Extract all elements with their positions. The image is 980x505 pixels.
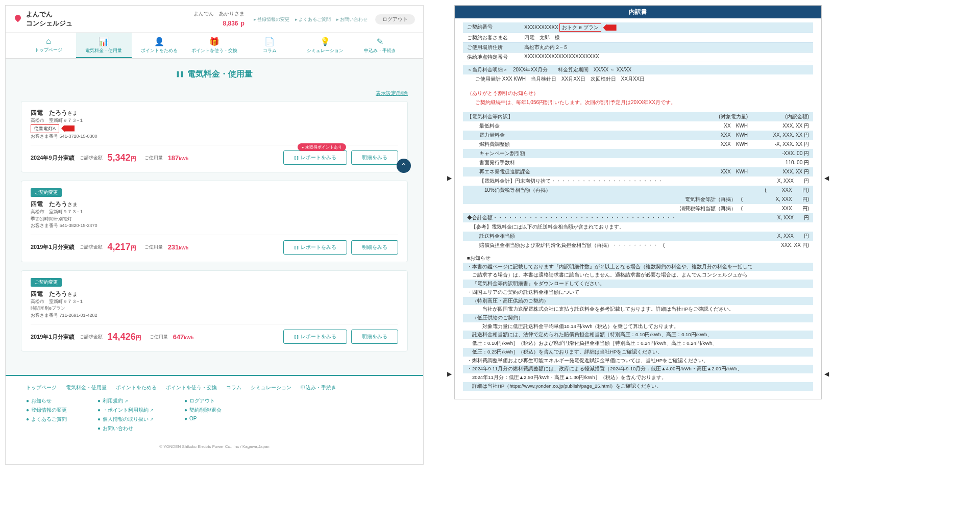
info-row: ご契約お客さま名四電 太郎 様 xyxy=(463,33,813,43)
nav-tab-3[interactable]: 🎁ポイントを使う・交換 xyxy=(187,33,242,58)
footer-link[interactable]: ●利用規約 ↗ xyxy=(97,397,154,405)
change-badge: ご契約変更 xyxy=(31,278,62,287)
notice-line: 詳細は当社HP（https://www.yonden.co.jp/publish… xyxy=(463,382,813,391)
notice-line: 2024年11月分：低圧▲2.50円/kWh・高圧▲1.30円/kWh］（税込）… xyxy=(463,373,813,382)
report-button[interactable]: ⫿⫿ レポートをみる xyxy=(283,240,347,255)
contract-card: 四電 たろうさま高松市 室新町９７３−１従量電灯Aお客さま番号 541-3720… xyxy=(21,101,408,172)
display-settings-link[interactable]: 表示設定/削除 xyxy=(376,90,408,96)
footer-link[interactable]: ●お知らせ xyxy=(26,397,67,405)
chevron-up-icon[interactable]: ⌃ xyxy=(397,159,411,173)
subtotal-line: 電気料金等計（再掲） (X, XXX 円) xyxy=(463,195,813,204)
nav-tab-0[interactable]: ⌂トップページ xyxy=(21,33,76,58)
total-line: ◆合計金額・・・・・・・・・・・・・・・・・・・・・・・・・・・・・・・・・・・… xyxy=(463,213,813,222)
nav-tab-4[interactable]: 📄コラム xyxy=(242,33,297,58)
logout-button[interactable]: ログアウト xyxy=(375,14,415,24)
notice-line: 託送料金相当額には、法律で定められた賠償負担金相当額［特別高圧：0.10円/kW… xyxy=(463,331,813,339)
usage-amount: 187kWh xyxy=(168,154,189,162)
notice-line: ・2024年9-11月分の燃料費調整額には、政府による軽減措置［2024年9-1… xyxy=(463,365,813,373)
footer-link[interactable]: ●契約削除/退会 xyxy=(184,407,222,414)
footer-nav-link[interactable]: 電気料金・使用量 xyxy=(66,385,107,390)
bill-amount: 5,342円 xyxy=(108,153,136,163)
footer-nav-link[interactable]: ポイントをためる xyxy=(116,385,157,390)
footer-nav-link[interactable]: ポイントを使う・交換 xyxy=(166,385,217,390)
usage-amount: 647kWh xyxy=(173,333,194,341)
nav-icon: 💡 xyxy=(298,37,351,46)
customer-name: 四電 たろうさま xyxy=(31,109,398,117)
change-badge: ご契約変更 xyxy=(31,188,62,197)
bill-amount: 4,217円 xyxy=(108,242,136,252)
notice-line: 当社が四国電力送配電株式会社に支払う託送料金を参考記載しております。詳細は当社H… xyxy=(463,305,813,314)
report-button[interactable]: ⫿⫿ レポートをみる xyxy=(283,150,347,165)
breakdown-line: キャンペーン割引額-XXX. 00 円 xyxy=(463,149,813,158)
ref-line: 賠償負担金相当額および廃炉円滑化負担金相当額（再掲）・・・・・・・・・ (XXX… xyxy=(463,241,813,250)
notice-line: ご請求する場合）は、本書は適格請求書に該当いたしません。適格請求書が必要な場合は… xyxy=(463,271,813,280)
link-reginfo[interactable]: ▸ 登録情報の変更 xyxy=(254,17,290,22)
plan-text: 時間帯別eプラン xyxy=(31,305,398,312)
doc-title: 内訳書 xyxy=(455,6,821,18)
contract-card: ご契約変更四電 たろうさま高松市 室新町９７３−１季節別時間帯別電灯お客さま番号… xyxy=(21,181,408,262)
notice-line: ・本書の鑑ページに記載しております『内訳明細件数』が２以上となる場合（複数契約の… xyxy=(463,263,813,271)
footer-nav: トップページ電気料金・使用量ポイントをためるポイントを使う・交換コラムシミュレー… xyxy=(26,384,403,391)
nav-icon: ✎ xyxy=(354,37,407,46)
nav-tab-5[interactable]: 💡シミュレーション xyxy=(297,33,352,58)
customer-number: お客さま番号 541-3720-15-0300 xyxy=(31,133,398,140)
nav-icon: ⌂ xyxy=(22,37,75,46)
breakdown-line: 最低料金XX KWHXXX. XX 円 xyxy=(463,121,813,131)
footer-link[interactable]: ●登録情報の変更 xyxy=(26,407,67,414)
customer-name: 四電 たろうさま xyxy=(31,200,398,209)
copyright: © YONDEN Shikoku Electric Power Co., Inc… xyxy=(26,444,403,449)
customer-number: お客さま番号 541-3820-15-2470 xyxy=(31,222,398,230)
nav-icon: 🎁 xyxy=(188,37,241,46)
detail-button[interactable]: 明細をみる xyxy=(351,240,398,255)
detail-button[interactable]: 明細をみる xyxy=(351,330,398,344)
address: 高松市 室新町９７３−１ xyxy=(31,117,398,124)
footer-nav-link[interactable]: 申込み・手続き xyxy=(301,385,336,390)
bill-amount: 14,426円 xyxy=(108,332,141,342)
usage-amount: 231kWh xyxy=(168,243,189,251)
billing-period: 2019年1月分実績 xyxy=(31,333,75,341)
thank-body: ご契約継続中は、毎年1,056円割引いたします。次回の割引予定月は20XX年XX… xyxy=(463,98,813,107)
detail-button[interactable]: 明細をみる xyxy=(351,150,398,165)
info-row: ご使用場所住所高松市丸の内２−５ xyxy=(463,43,813,53)
notice-line: （特別高圧・高圧供給のご契約） xyxy=(463,297,813,306)
heart-icon xyxy=(14,14,24,24)
footer-link[interactable]: ●OP xyxy=(184,416,222,421)
page-title: ⫿⫿電気料金・使用量 xyxy=(21,69,408,80)
address: 高松市 室新町９７３−１ xyxy=(31,209,398,216)
link-faq[interactable]: ▸ よくあるご質問 xyxy=(295,17,331,22)
plan-badge: 従量電灯A xyxy=(31,124,59,133)
customer-name: 四電 たろうさま xyxy=(31,290,398,298)
footer-link[interactable]: ●個人情報の取り扱い ↗ xyxy=(97,416,154,423)
red-arrow-icon xyxy=(61,125,75,132)
notice-line: 低圧：0.10円/kWh］（税込）および廃炉円滑化負担金相当額［特別高圧：0.2… xyxy=(463,339,813,348)
footer-link[interactable]: ●ログアウト xyxy=(184,397,222,405)
footer-link[interactable]: ●お問い合わせ xyxy=(97,425,154,432)
notice-line: （低圧供給のご契約） xyxy=(463,314,813,322)
nav-tab-6[interactable]: ✎申込み・手続き xyxy=(353,33,408,58)
link-contact[interactable]: ▸ お問い合わせ xyxy=(336,17,368,22)
ref-line: 託送料金相当額X, XXX 円 xyxy=(463,232,813,241)
report-button[interactable]: ⫿⫿ レポートをみる xyxy=(283,330,347,344)
footer-nav-link[interactable]: シミュレーション xyxy=(251,385,291,390)
breakdown-line: 10%消費税等相当額（再掲）( XXX 円) xyxy=(463,186,813,195)
breakdown-line: 書面発行手数料110. 00 円 xyxy=(463,158,813,167)
month-detail-line: ＜当月料金明細＞ 20XX年XX月分 料金算定期間 XX/XX ～ XX/XX xyxy=(463,65,813,74)
plan-box: おトク e プラン xyxy=(559,23,601,32)
triangle-icon: ▶ xyxy=(447,370,452,377)
nav-tab-2[interactable]: 👤ポイントをためる xyxy=(132,33,187,58)
plan-text: 季節別時間帯別電灯 xyxy=(31,216,398,223)
footer-nav-link[interactable]: コラム xyxy=(226,385,241,390)
breakdown-document: 内訳書 ご契約番号XXXXXXXXXX おトク e プランご契約お客さま名四電 … xyxy=(454,5,822,399)
breakdown-line: 電力量料金XXX KWHXX, XXX. XX 円 xyxy=(463,131,813,140)
breakdown-line: 【電気料金計】円未満切り捨て・・・・・・・・・・・・・・・・・・・・・・X, X… xyxy=(463,176,813,186)
user-info: よんでん あかりさま 8,836 p xyxy=(193,10,244,28)
external-icon: ↗ xyxy=(150,408,154,413)
external-icon: ↗ xyxy=(125,399,128,403)
footer-link[interactable]: ●・ポイント利用規約 ↗ xyxy=(97,407,154,414)
notice-line: ・燃料費調整単価および再生可能エネルギー発電促進賦課金単価については、当社HPを… xyxy=(463,357,813,365)
footer-nav-link[interactable]: トップページ xyxy=(26,385,57,390)
brand-logo: よんでんコンシェルジュ xyxy=(14,10,72,28)
nav-tab-1[interactable]: 📊電気料金・使用量 xyxy=(76,33,131,58)
footer-link[interactable]: ●よくあるご質問 xyxy=(26,416,67,423)
triangle-icon: ◀ xyxy=(824,174,829,182)
